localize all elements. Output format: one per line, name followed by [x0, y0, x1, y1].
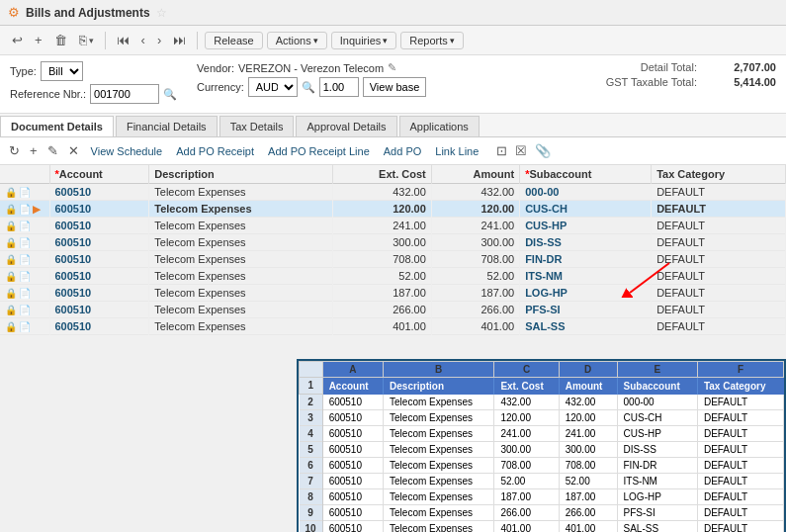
- table-row[interactable]: 🔒 📄 600510Telecom Expenses266.00266.00PF…: [0, 302, 786, 318]
- row-note-icon[interactable]: 📄: [19, 187, 31, 198]
- refnbr-row: Reference Nbr.: 🔍: [10, 84, 177, 104]
- cell-amount: 187.00: [431, 285, 519, 302]
- row-number: 8: [300, 489, 323, 505]
- add-po-button[interactable]: Add PO: [379, 144, 427, 158]
- first-button[interactable]: ⏮: [113, 31, 133, 49]
- cell-taxcategory: DEFAULT: [652, 218, 786, 234]
- add-po-receipt-line-button[interactable]: Add PO Receipt Line: [263, 144, 375, 158]
- exchange-rate-input[interactable]: [319, 77, 359, 97]
- col-e: E: [617, 361, 697, 377]
- ss-cell-account: 600510: [322, 410, 383, 426]
- tab-approval-details[interactable]: Approval Details: [296, 116, 396, 136]
- corner-cell: [300, 361, 323, 377]
- row-note-icon[interactable]: 📄: [19, 271, 31, 282]
- ss-cell-amount: 52.00: [559, 474, 617, 489]
- row-note-icon[interactable]: 📄: [19, 237, 31, 248]
- link-line-button[interactable]: Link Line: [430, 144, 483, 158]
- ss-cell-subaccount: DIS-SS: [617, 442, 697, 458]
- table-row[interactable]: 🔒 📄 600510Telecom Expenses432.00432.0000…: [0, 184, 786, 201]
- tab-document-details[interactable]: Document Details: [0, 116, 114, 136]
- row-note-icon[interactable]: 📄: [19, 288, 31, 299]
- currency-label: Currency:: [197, 81, 244, 93]
- undo-button[interactable]: ↩: [8, 31, 27, 49]
- ss-cell-taxcategory: DEFAULT: [697, 521, 783, 533]
- refnbr-input[interactable]: [90, 84, 159, 104]
- header-subaccount: Subaccount: [617, 377, 697, 395]
- cell-account: 600510: [49, 302, 149, 318]
- tab-applications[interactable]: Applications: [399, 116, 480, 136]
- table-row[interactable]: 🔒 📄 600510Telecom Expenses708.00708.00FI…: [0, 251, 786, 268]
- type-select[interactable]: Bill: [41, 61, 83, 81]
- inquiries-button[interactable]: Inquiries ▾: [331, 32, 397, 49]
- grid-icon-btn[interactable]: ⊡: [493, 142, 510, 159]
- currency-select[interactable]: AUD: [248, 77, 298, 97]
- main-toolbar: ↩ + 🗑 ⎘▾ ⏮ ‹ › ⏭ Release Actions ▾ Inqui…: [0, 26, 786, 55]
- row-note-icon[interactable]: 📄: [19, 305, 31, 315]
- spreadsheet-row: 7600510Telecom Expenses52.0052.00ITS-NMD…: [300, 474, 784, 489]
- row-indicator: ▶: [33, 204, 41, 215]
- cell-extcost: 120.00: [333, 201, 432, 218]
- cell-subaccount: CUS-CH: [520, 201, 652, 218]
- actions-button[interactable]: Actions ▾: [267, 32, 327, 49]
- search-icon[interactable]: 🔍: [163, 88, 177, 101]
- vendor-label: Vendor:: [197, 62, 234, 74]
- table-row[interactable]: 🔒 📄 600510Telecom Expenses241.00241.00CU…: [0, 218, 786, 234]
- main-content: Account Description Ext. Cost Amount Sub…: [0, 165, 786, 532]
- currency-search-icon[interactable]: 🔍: [302, 81, 315, 94]
- release-button[interactable]: Release: [205, 32, 262, 49]
- table-row[interactable]: 🔒 📄 600510Telecom Expenses52.0052.00ITS-…: [0, 268, 786, 285]
- ss-cell-amount: 241.00: [559, 426, 617, 442]
- favorite-star[interactable]: ☆: [156, 6, 167, 20]
- ss-cell-amount: 708.00: [559, 458, 617, 474]
- ss-cell-account: 600510: [322, 426, 383, 442]
- delete-button[interactable]: 🗑: [50, 31, 71, 49]
- tab-tax-details[interactable]: Tax Details: [219, 116, 295, 136]
- attach-btn[interactable]: 📎: [532, 142, 554, 159]
- add-button[interactable]: +: [31, 31, 46, 49]
- col-f: F: [697, 361, 783, 377]
- row-controls-cell: 🔒 📄: [0, 251, 49, 268]
- tab-financial-details[interactable]: Financial Details: [116, 116, 218, 136]
- delete-row-button[interactable]: ✕: [65, 142, 82, 159]
- next-button[interactable]: ›: [153, 31, 165, 49]
- ss-cell-taxcategory: DEFAULT: [697, 442, 783, 458]
- view-schedule-button[interactable]: View Schedule: [86, 144, 168, 158]
- col-extcost: Ext. Cost: [333, 165, 432, 184]
- header-account: Account: [322, 377, 383, 395]
- copy-button[interactable]: ⎘▾: [75, 31, 98, 49]
- ss-cell-account: 600510: [322, 521, 383, 533]
- add-row-button[interactable]: +: [27, 142, 41, 159]
- col-rowctrl: [0, 165, 49, 184]
- ss-cell-amount: 300.00: [559, 442, 617, 458]
- row-lock-icon: 🔒: [5, 187, 17, 198]
- ss-cell-subaccount: 000-00: [617, 395, 697, 410]
- row-lock-icon: 🔒: [5, 271, 17, 282]
- prev-button[interactable]: ‹: [137, 31, 149, 49]
- row-note-icon[interactable]: 📄: [19, 221, 31, 231]
- view-base-button[interactable]: View base: [363, 77, 427, 97]
- table-row[interactable]: 🔒 📄 ▶ 600510Telecom Expenses120.00120.00…: [0, 201, 786, 218]
- ss-cell-account: 600510: [322, 474, 383, 489]
- row-number: 2: [300, 395, 323, 410]
- ss-cell-account: 600510: [322, 505, 383, 521]
- ss-cell-amount: 432.00: [559, 395, 617, 410]
- table-row[interactable]: 🔒 📄 600510Telecom Expenses187.00187.00LO…: [0, 285, 786, 302]
- row-note-icon[interactable]: 📄: [19, 321, 31, 332]
- cell-taxcategory: DEFAULT: [652, 184, 786, 201]
- reports-button[interactable]: Reports ▾: [400, 32, 464, 49]
- table-row[interactable]: 🔒 📄 600510Telecom Expenses300.00300.00DI…: [0, 234, 786, 251]
- form-middle: Vendor: VEREZON - Verezon Telecom ✎ Curr…: [197, 61, 426, 100]
- cell-amount: 300.00: [431, 234, 519, 251]
- add-po-receipt-button[interactable]: Add PO Receipt: [171, 144, 259, 158]
- last-button[interactable]: ⏭: [169, 31, 190, 49]
- data-table: Account Description Ext. Cost Amount Sub…: [0, 165, 786, 335]
- table-row[interactable]: 🔒 📄 600510Telecom Expenses401.00401.00SA…: [0, 318, 786, 335]
- row-note-icon[interactable]: 📄: [19, 254, 31, 265]
- pencil-icon[interactable]: ✎: [388, 61, 396, 74]
- edit-row-button[interactable]: ✎: [44, 142, 61, 159]
- cell-subaccount: FIN-DR: [520, 251, 652, 268]
- header-extcost: Ext. Cost: [494, 377, 559, 395]
- row-note-icon[interactable]: 📄: [19, 204, 31, 215]
- refresh-button[interactable]: ↻: [6, 142, 23, 159]
- x-box-btn[interactable]: ☒: [512, 142, 530, 159]
